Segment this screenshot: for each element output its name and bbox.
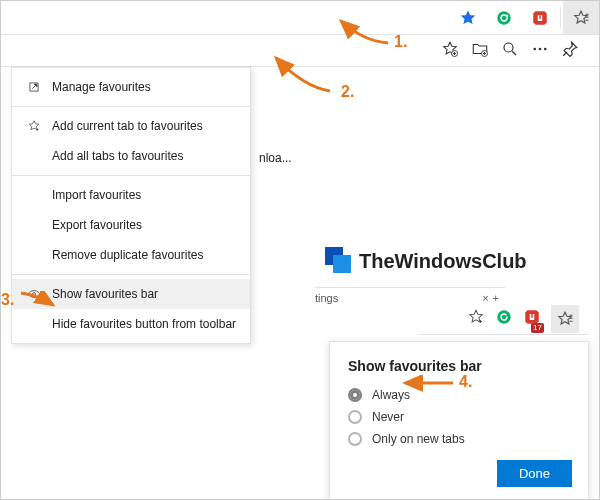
- svg-point-0: [497, 11, 511, 25]
- menu-remove-duplicates[interactable]: Remove duplicate favourites: [12, 240, 250, 270]
- favourites-button[interactable]: [551, 305, 579, 333]
- more-button[interactable]: [531, 40, 549, 62]
- more-icon: [531, 40, 549, 58]
- open-external-icon: [26, 79, 42, 95]
- g-icon: [495, 9, 513, 27]
- menu-export-favourites[interactable]: Export favourites: [12, 210, 250, 240]
- eye-icon: [26, 286, 42, 302]
- toolbar-separator: [560, 7, 561, 28]
- search-button[interactable]: [501, 40, 519, 62]
- extension-grammarly[interactable]: [495, 308, 513, 330]
- option-only-new-tabs[interactable]: Only on new tabs: [348, 428, 572, 450]
- star-plus-icon: [467, 308, 485, 326]
- radio-icon: [348, 432, 362, 446]
- svg-point-4: [533, 47, 536, 50]
- svg-point-6: [544, 47, 547, 50]
- blue-star-icon: [459, 9, 477, 27]
- option-label: Always: [372, 388, 410, 402]
- star-plus-icon: [441, 40, 459, 58]
- svg-point-7: [33, 293, 36, 296]
- svg-point-5: [539, 47, 542, 50]
- folder-plus-icon: [471, 40, 489, 58]
- menu-add-all-tabs[interactable]: Add all tabs to favourites: [12, 141, 250, 171]
- menu-item-label: Manage favourites: [52, 80, 151, 94]
- tab-label-fragment[interactable]: tings: [315, 292, 338, 304]
- pin-button[interactable]: [561, 40, 579, 62]
- menu-hide-favourites-button[interactable]: Hide favourites button from toolbar: [12, 309, 250, 339]
- badge-count: 17: [531, 323, 544, 333]
- hand-icon: [531, 9, 549, 27]
- search-icon: [501, 40, 519, 58]
- watermark-text: TheWindowsClub: [359, 250, 527, 273]
- favourites-toolbar: [1, 35, 599, 67]
- browser-toolbar: [1, 1, 599, 35]
- background-text-fragment: nloa...: [259, 151, 292, 165]
- radio-icon: [348, 388, 362, 402]
- done-button[interactable]: Done: [497, 460, 572, 487]
- menu-separator: [12, 175, 250, 176]
- extension-bluestar[interactable]: [450, 1, 486, 34]
- menu-item-label: Remove duplicate favourites: [52, 248, 203, 262]
- dialog-title: Show favourites bar: [348, 358, 572, 374]
- watermark-logo: [325, 247, 353, 275]
- menu-item-label: Hide favourites button from toolbar: [52, 317, 236, 331]
- favourites-icon: [556, 310, 574, 328]
- extension-grammarly[interactable]: [486, 1, 522, 34]
- g-icon: [495, 308, 513, 326]
- show-favourites-bar-dialog: Show favourites bar Always Never Only on…: [329, 341, 589, 500]
- option-label: Only on new tabs: [372, 432, 465, 446]
- extension-adblock[interactable]: 17: [523, 308, 541, 330]
- menu-item-label: Add all tabs to favourites: [52, 149, 183, 163]
- option-never[interactable]: Never: [348, 406, 572, 428]
- menu-manage-favourites[interactable]: Manage favourites: [12, 72, 250, 102]
- menu-item-label: Import favourites: [52, 188, 141, 202]
- pin-icon: [561, 40, 579, 58]
- tab-strip-fragment: tings + ×: [315, 287, 505, 304]
- menu-add-current-tab[interactable]: Add current tab to favourites: [12, 111, 250, 141]
- menu-show-favourites-bar[interactable]: Show favourites bar: [12, 279, 250, 309]
- star-plus-icon: [26, 118, 42, 134]
- add-folder-button[interactable]: [471, 40, 489, 62]
- favourites-button[interactable]: [563, 1, 599, 34]
- annotation-number-2: 2.: [341, 83, 354, 101]
- menu-import-favourites[interactable]: Import favourites: [12, 180, 250, 210]
- radio-icon: [348, 410, 362, 424]
- favourites-menu: Manage favourites Add current tab to fav…: [11, 67, 251, 344]
- svg-point-3: [504, 43, 513, 52]
- menu-separator: [12, 106, 250, 107]
- menu-item-label: Add current tab to favourites: [52, 119, 203, 133]
- option-always[interactable]: Always: [348, 384, 572, 406]
- menu-separator: [12, 274, 250, 275]
- add-favourite-button[interactable]: [467, 308, 485, 330]
- browser-toolbar-fragment: 17: [419, 303, 589, 335]
- svg-point-8: [497, 310, 511, 324]
- option-label: Never: [372, 410, 404, 424]
- favourites-icon: [572, 9, 590, 27]
- watermark: TheWindowsClub: [325, 247, 527, 275]
- extension-adblock[interactable]: [522, 1, 558, 34]
- menu-item-label: Show favourites bar: [52, 287, 158, 301]
- menu-item-label: Export favourites: [52, 218, 142, 232]
- add-fav-button[interactable]: [441, 40, 459, 62]
